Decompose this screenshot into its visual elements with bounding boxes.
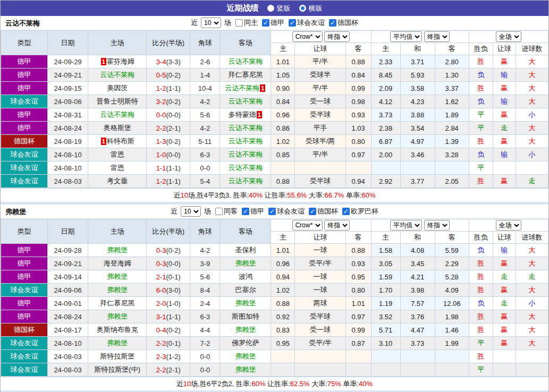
result-outcome: 胜	[469, 175, 493, 188]
league-checkbox-friendly[interactable]: 球会友谊	[268, 207, 305, 216]
fulltime-select[interactable]: 全场	[496, 31, 521, 42]
team-label: 雷恩	[111, 150, 124, 158]
bookmaker-select[interactable]: Crow*	[292, 220, 323, 231]
result-outcome: 胜	[469, 323, 493, 337]
corner-score: 3-9	[190, 257, 220, 270]
team-label: 奥斯纳布鲁克	[97, 326, 138, 334]
result-outcome: 平	[469, 337, 493, 350]
corner-score: 8-4	[190, 284, 220, 297]
score: 2-1(0-1)	[147, 270, 190, 284]
score: 0-3(0-0)	[147, 257, 190, 270]
handicap-away-odds: 0.97	[345, 310, 371, 323]
match-row: 德国杯24-08-17奥斯纳布鲁克0-4(0-2)4-4弗赖堡0.83受一球0.…	[1, 323, 548, 337]
summary-part: 近	[173, 191, 180, 199]
halftime-score: (1-1)	[166, 313, 180, 321]
fulltime-score: 0-3	[156, 260, 166, 268]
away-team: 弗赖堡	[220, 297, 271, 310]
away-team: 波鸿	[220, 270, 271, 284]
handicap-home-odds: 0.96	[271, 257, 295, 270]
team-label: 云达不莱梅	[228, 97, 263, 105]
match-type-badge: 球会友谊	[1, 175, 48, 188]
final-average-select[interactable]: 终指	[424, 220, 450, 231]
col-header-corner: 角球	[190, 219, 220, 244]
league-checkbox-dfb-cup[interactable]: 德国杯	[329, 18, 358, 28]
match-row: 球会友谊24-08-10雷恩1-1(1-1)0-0云达不莱梅平	[1, 161, 548, 175]
halftime-score: (1-2)	[166, 353, 180, 361]
corner-score: 6-3	[190, 148, 220, 161]
avg-away-odds: 4.09	[435, 284, 469, 297]
avg-draw-odds: 4.08	[400, 244, 435, 257]
radio-icon	[299, 5, 306, 12]
col-header-avg-home: 主	[371, 43, 400, 55]
match-date: 24-08-03	[48, 175, 88, 188]
summary-part: 40%	[359, 380, 373, 388]
handicap-line: 受半球	[295, 175, 345, 188]
handicap-group-header: Crow* 终指	[271, 219, 371, 232]
home-team: 海登海姆	[88, 257, 147, 270]
result-handicap	[493, 363, 516, 377]
home-team: 弗赖堡	[88, 337, 147, 350]
checkbox-label: 德甲	[271, 18, 284, 28]
handicap-away-odds: 1.03	[345, 122, 371, 135]
home-team: 普鲁士明斯特	[88, 95, 147, 108]
match-type-badge: 德甲	[1, 257, 48, 270]
match-date: 24-08-10	[48, 161, 88, 175]
away-team: 弗赖堡	[220, 257, 271, 270]
match-count-select[interactable]: 10	[201, 18, 221, 28]
league-checkbox-friendly[interactable]: 球会友谊	[289, 18, 325, 28]
team-label: 巴塞尔	[235, 286, 256, 294]
final-average-select[interactable]: 终指	[424, 31, 450, 42]
match-date: 24-08-24	[48, 310, 88, 323]
bookmaker-select[interactable]: Crow*	[292, 31, 323, 42]
home-team: 弗赖堡	[88, 270, 147, 284]
fulltime-score: 2-2	[156, 366, 166, 374]
match-date: 24-09-21	[48, 69, 88, 82]
home-team: 美因茨	[88, 82, 147, 95]
team-label: 弗赖堡	[107, 272, 128, 280]
col-header-score: 比分(半场)	[147, 219, 190, 244]
summary-part: 单率:	[341, 380, 359, 388]
games-label: 场	[224, 18, 231, 28]
layout-radio-horizontal[interactable]: 横版	[299, 4, 323, 13]
league-checkbox-dfb-cup[interactable]: 德国杯	[309, 207, 338, 216]
league-checkbox-bundesliga[interactable]: 德甲	[262, 18, 284, 28]
average-select[interactable]: 平均值	[390, 220, 422, 231]
avg-draw-odds: 3.77	[400, 175, 435, 188]
handicap-away-odds: 0.80	[345, 284, 371, 297]
final-odds-select[interactable]: 终指	[324, 220, 350, 231]
team-label: 科特布斯	[107, 137, 134, 145]
avg-home-odds: 3.10	[371, 337, 400, 350]
layout-radio-vertical[interactable]: 竖版	[267, 4, 291, 13]
team-label: 普鲁士明斯特	[97, 97, 138, 105]
team-label: 云达不莱梅	[228, 150, 263, 158]
match-date: 24-09-15	[48, 82, 88, 95]
team-filter-bar: 云达不莱梅 近 10 场 同主 德甲 球会友谊 德国杯	[1, 16, 548, 30]
checkbox-label: 欧罗巴杯	[351, 207, 378, 216]
match-row: 德甲24-08-24奥格斯堡2-2(2-1)4-2云达不莱梅0.86平手1.03…	[1, 122, 548, 135]
away-team: 弗赖堡	[220, 363, 271, 377]
result-outcome: 负	[469, 297, 493, 310]
league-checkbox-europa[interactable]: 欧罗巴杯	[342, 207, 378, 216]
summary-part: 75%	[327, 380, 341, 388]
league-checkbox-bundesliga[interactable]: 德甲	[242, 207, 264, 216]
summary-part: 大率:	[310, 380, 327, 388]
match-type-badge: 球会友谊	[1, 148, 48, 161]
average-select[interactable]: 平均值	[390, 31, 422, 42]
fulltime-score: 1-2	[156, 84, 166, 92]
team-label: 云达不莱梅	[228, 177, 263, 185]
col-header-type: 类型	[1, 219, 48, 244]
col-header-handicap-away: 客	[345, 232, 371, 244]
match-count-select[interactable]: 10	[181, 206, 201, 217]
match-date: 24-09-06	[48, 95, 88, 108]
match-row: 球会友谊24-08-10雷恩1-0(0-0)6-3云达不莱梅0.85平/半0.9…	[1, 148, 548, 161]
same-venue-checkbox[interactable]: 同主	[235, 18, 258, 28]
handicap-away-odds: 0.93	[345, 108, 371, 122]
same-venue-checkbox[interactable]: 同客	[215, 207, 238, 216]
final-odds-select[interactable]: 终指	[324, 31, 350, 42]
handicap-home-odds: 1.01	[271, 244, 295, 257]
fulltime-select[interactable]: 全场	[496, 220, 521, 231]
team-label: 考文垂	[107, 177, 128, 185]
handicap-line: 受平/半	[295, 337, 345, 350]
home-team: 考文垂	[88, 175, 147, 188]
avg-draw-odds	[400, 161, 435, 175]
